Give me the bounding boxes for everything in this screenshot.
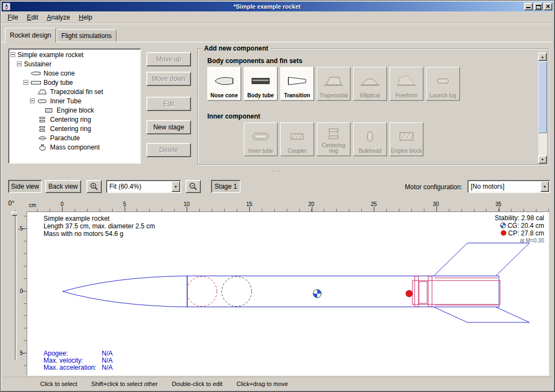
zoom-out-button[interactable] (186, 180, 201, 193)
flight-info: Apogee:N/A Max. velocity:N/A Max. accele… (44, 350, 113, 371)
motor-configuration-select[interactable]: [No motors] (467, 180, 550, 193)
status-hint: Shift+click to select other (91, 381, 158, 387)
menu-file[interactable]: File (3, 13, 22, 22)
dropdown-arrow-icon[interactable] (540, 181, 549, 192)
fin-set-icon (37, 89, 48, 95)
inner-tube-icon (37, 98, 48, 104)
tree-item-inner-tube[interactable]: Inner Tube (9, 96, 140, 105)
inner-component-label: Inner component (207, 113, 260, 120)
nose-cone-icon (213, 69, 235, 93)
add-centering-ring-button[interactable]: Centering ring (317, 122, 350, 156)
mach-note: at M=0.30 (495, 237, 544, 245)
rocket-mass: Mass with no motors 54.6 g (44, 230, 155, 238)
mass-component-icon (37, 144, 48, 151)
tab-flight-simulations[interactable]: Flight simulations (57, 29, 116, 42)
max-velocity-value: N/A (102, 357, 113, 364)
stage-1-toggle[interactable]: Stage 1 (211, 180, 240, 193)
status-hint: Double-click to edit (172, 381, 223, 387)
launch-lug-icon (432, 69, 454, 93)
bulkhead-icon (359, 125, 381, 148)
add-freeform-fin-button[interactable]: Freeform (390, 67, 423, 101)
add-body-tube-button[interactable]: Body tube (244, 67, 278, 101)
add-transition-button[interactable]: Transition (280, 67, 314, 101)
collapse-icon[interactable] (30, 98, 35, 103)
menu-analyze[interactable]: Analyze (42, 13, 75, 22)
scrollbar-thumb[interactable] (538, 61, 547, 133)
delete-button[interactable]: Delete (146, 143, 191, 157)
zoom-select[interactable]: Fit (60.4%) (106, 180, 181, 193)
tree-item-centering-ring[interactable]: Centering ring (9, 124, 140, 133)
max-acceleration-value: N/A (102, 364, 113, 371)
tree-item-sustainer[interactable]: Sustainer (9, 59, 140, 69)
tree-item-mass-component[interactable]: Mass component (9, 142, 140, 152)
rocket-canvas[interactable]: Simple example rocket Length 37.5 cm, ma… (27, 211, 549, 376)
collapse-icon[interactable] (23, 80, 28, 85)
centering-ring-icon (37, 116, 48, 123)
freeform-fin-icon (396, 69, 417, 93)
edit-button[interactable]: Edit (146, 97, 191, 111)
tree-item-nose-cone[interactable]: Nose cone (9, 69, 140, 78)
collapse-icon[interactable] (10, 52, 15, 57)
cp-value: CP: 27.8 cm (508, 229, 544, 237)
add-engine-block-button[interactable]: Engine block (390, 122, 423, 156)
rocket-dimensions: Length 37.5 cm, max. diameter 2.5 cm (44, 222, 155, 230)
cp-marker (406, 290, 412, 297)
rocket-name: Simple example rocket (44, 215, 155, 222)
status-bar: Click to select Shift+click to select ot… (2, 377, 553, 390)
menu-help[interactable]: Help (75, 13, 97, 22)
side-view-button[interactable]: Side view (8, 180, 42, 193)
body-tube-icon (250, 69, 272, 93)
maximize-icon (536, 5, 541, 9)
back-view-button[interactable]: Back view (45, 180, 81, 193)
add-launch-lug-button[interactable]: Launch lug (426, 67, 460, 101)
cg-icon (500, 222, 506, 228)
move-down-button[interactable]: Move down (146, 72, 191, 86)
cp-icon (501, 230, 507, 236)
tree-item-rocket[interactable]: Simple example rocket (9, 50, 140, 59)
title-bar[interactable]: *Simple example rocket (2, 2, 553, 11)
tree-item-body-tube[interactable]: Body tube (9, 78, 140, 87)
dropdown-arrow-icon[interactable] (171, 181, 180, 192)
add-trapezoidal-fin-button[interactable]: Trapezoidal (317, 67, 350, 101)
minimize-button[interactable] (524, 3, 533, 10)
apogee-value: N/A (102, 350, 113, 357)
status-hint: Click to select (40, 381, 77, 387)
add-coupler-button[interactable]: Coupler (280, 122, 314, 156)
horizontal-ruler: cm 0 5 10 15 20 25 30 35 (27, 201, 549, 211)
add-nose-cone-button[interactable]: Nose cone (207, 67, 241, 101)
tab-pane-border (2, 42, 553, 42)
tree-item-centering-ring[interactable]: Centering ring (9, 115, 140, 124)
status-hint: Click+drag to move (237, 381, 288, 387)
tab-rocket-design[interactable]: Rocket design (5, 28, 56, 42)
tree-item-fin-set[interactable]: Trapezoidal fin set (9, 87, 140, 96)
scroll-up-button[interactable] (538, 53, 547, 61)
zoom-in-button[interactable] (87, 180, 102, 193)
menu-edit[interactable]: Edit (22, 13, 42, 22)
inner-tube-icon (250, 125, 272, 148)
menu-bar: File Edit Analyze Help (2, 12, 553, 23)
move-up-button[interactable]: Move up (146, 52, 191, 66)
tree-item-engine-block[interactable]: Engine block (9, 105, 140, 115)
application-window: *Simple example rocket File Edit Analyze… (0, 0, 555, 392)
close-button[interactable] (544, 3, 552, 10)
add-bulkhead-button[interactable]: Bulkhead (353, 122, 387, 156)
component-tree[interactable]: Simple example rocket Sustainer Nose con… (8, 48, 141, 164)
component-panel-scrollbar[interactable] (538, 53, 547, 164)
elliptical-fin-icon (359, 69, 381, 93)
body-tube-icon (30, 79, 41, 86)
minimize-icon (526, 7, 531, 8)
collapse-icon[interactable] (17, 61, 22, 66)
window-title: *Simple example rocket (11, 3, 523, 10)
add-inner-tube-button[interactable]: Inner tube (244, 122, 278, 156)
scroll-down-button[interactable] (538, 155, 547, 164)
coupler-icon (286, 125, 308, 148)
maximize-button[interactable] (534, 3, 542, 10)
tree-item-parachute[interactable]: Parachute (9, 133, 140, 142)
app-icon (3, 3, 10, 10)
nose-cone-icon (30, 70, 41, 77)
splitter-handle[interactable]: ··· (272, 167, 281, 175)
engine-block-icon (396, 125, 417, 148)
add-elliptical-fin-button[interactable]: Elliptical (353, 67, 387, 101)
new-stage-button[interactable]: New stage (146, 120, 191, 134)
ruler-unit-label: cm (29, 202, 36, 208)
